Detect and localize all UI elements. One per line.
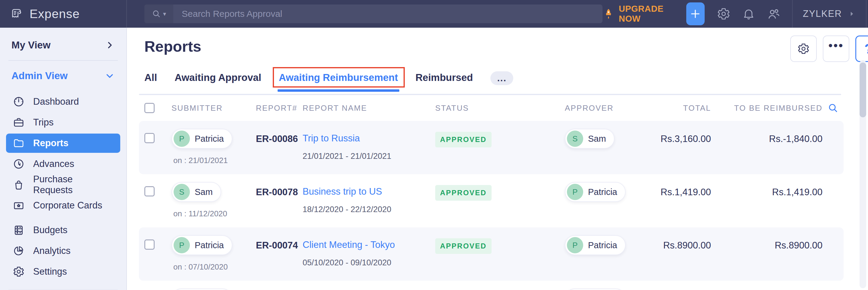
folder-icon	[13, 137, 25, 149]
submitter-chip: P Patricia	[172, 289, 232, 290]
column-header-report-no[interactable]: REPORT#	[256, 104, 303, 113]
sidebar-item-purchase-requests[interactable]: Purchase Requests	[6, 175, 120, 194]
column-header-approver[interactable]: APPROVER	[565, 104, 655, 113]
scrollbar-thumb[interactable]	[860, 63, 866, 117]
column-header-total[interactable]: TOTAL	[655, 104, 711, 113]
sidebar-menu: Dashboard Trips Reports	[0, 92, 126, 281]
quick-create-button[interactable]	[686, 2, 705, 25]
topbar: Expense ▾ UPGRADE NOW	[0, 0, 868, 28]
app-logo[interactable]: Expense	[0, 0, 127, 28]
tab-reimbursed[interactable]: Reimbursed	[415, 72, 473, 92]
table-row[interactable]: S Sam on : 11/12/2020 ER-00078 Business …	[139, 174, 844, 227]
report-number: ER-00078	[256, 187, 303, 197]
column-header-to-be-reimbursed[interactable]: TO BE REIMBURSED	[711, 104, 823, 113]
sidebar-item-label: Advances	[33, 158, 74, 169]
avatar: S	[567, 131, 583, 147]
sidebar-item-reports[interactable]: Reports	[6, 134, 120, 153]
table-row[interactable]: P Patricia on : 07/10/2020 ER-00074 Clie…	[139, 227, 844, 281]
upgrade-now-button[interactable]: UPGRADE NOW	[602, 4, 672, 24]
sidebar-item-corporate-cards[interactable]: Corporate Cards	[6, 196, 120, 215]
row-checkbox[interactable]	[144, 186, 155, 196]
column-header-report-name[interactable]: REPORT NAME	[303, 104, 435, 113]
column-header-submitter[interactable]: SUBMITTER	[172, 104, 256, 113]
gear-icon	[797, 42, 810, 55]
sidebar-item-label: Dashboard	[33, 96, 79, 107]
report-number: ER-00074	[256, 240, 303, 251]
page-actions: ••• ?	[790, 36, 868, 62]
sidebar-item-settings[interactable]: Settings	[6, 262, 120, 281]
report-name-link[interactable]: Trip to Russia	[303, 133, 360, 144]
org-name: ZYLKER	[803, 8, 842, 19]
card-star-icon	[13, 200, 25, 212]
ellipsis-icon: ...	[497, 77, 507, 80]
sidebar-item-analytics[interactable]: Analytics	[6, 241, 120, 260]
gear-icon	[13, 266, 25, 278]
receipt-logo-icon	[10, 7, 24, 21]
report-date-range: 21/01/2021 - 21/01/2021	[303, 152, 435, 161]
row-checkbox[interactable]	[144, 240, 155, 250]
to-be-reimbursed-amount: Rs.-1,840.00	[711, 134, 823, 144]
sidebar-item-trips[interactable]: Trips	[6, 113, 120, 132]
table-row[interactable]: P Patricia on : 06/10/2020 ER-00070 Trip…	[139, 281, 844, 290]
sidebar-item-dashboard[interactable]: Dashboard	[6, 92, 120, 111]
rocket-icon	[602, 8, 615, 20]
shopping-bag-icon	[13, 179, 25, 191]
sidebar-item-label: Purchase Requests	[33, 174, 114, 195]
scrollbar-track[interactable]	[860, 60, 866, 288]
approver-chip: P Patricia	[565, 289, 626, 290]
sidebar: My View Admin View Dashboard	[0, 28, 127, 290]
avatar: P	[567, 237, 583, 253]
org-switcher[interactable]: ZYLKER	[793, 0, 866, 28]
dashboard-icon	[13, 96, 25, 108]
tab-awaiting-reimbursement[interactable]: Awaiting Reimbursement	[279, 72, 398, 92]
sidebar-section-my-view[interactable]: My View	[0, 37, 126, 53]
select-all-checkbox[interactable]	[144, 103, 155, 113]
search-scope-dropdown[interactable]: ▾	[144, 4, 173, 23]
total-amount: Rs.8900.00	[655, 240, 711, 251]
status-badge: APPROVED	[435, 185, 492, 201]
table-search-icon[interactable]	[823, 102, 844, 114]
submitted-on: on : 07/10/2020	[173, 262, 256, 271]
status-badge: APPROVED	[435, 238, 492, 254]
to-be-reimbursed-amount: Rs.1,419.00	[711, 187, 823, 197]
chevron-right-icon	[105, 41, 114, 50]
tab-all[interactable]: All	[144, 72, 157, 92]
clock-icon	[13, 158, 25, 170]
my-view-label: My View	[11, 39, 51, 51]
tab-awaiting-approval[interactable]: Awaiting Approval	[175, 72, 261, 92]
gear-icon[interactable]	[717, 7, 731, 21]
help-button[interactable]: ?	[855, 36, 868, 62]
avatar: P	[174, 131, 190, 147]
sidebar-item-advances[interactable]: Advances	[6, 154, 120, 174]
avatar: S	[174, 184, 190, 200]
submitted-on: on : 11/12/2020	[173, 209, 256, 218]
sidebar-item-budgets[interactable]: Budgets	[6, 220, 120, 240]
bell-icon[interactable]	[742, 7, 755, 21]
upgrade-now-label: UPGRADE NOW	[619, 4, 672, 24]
status-badge: APPROVED	[435, 132, 492, 147]
table-row[interactable]: P Patricia on : 21/01/2021 ER-00086 Trip…	[139, 121, 844, 174]
search-input[interactable]	[173, 4, 602, 23]
more-tabs-button[interactable]: ...	[490, 71, 513, 85]
submitter-chip: P Patricia	[172, 235, 232, 255]
report-name-link[interactable]: Business trip to US	[303, 186, 382, 197]
global-search: ▾	[144, 4, 602, 23]
view-settings-button[interactable]	[790, 36, 817, 62]
column-header-status[interactable]: STATUS	[435, 104, 565, 113]
plus-icon	[689, 7, 702, 20]
sidebar-section-admin-view[interactable]: Admin View	[0, 67, 126, 84]
report-name-link[interactable]: Client Meeting - Tokyo	[303, 240, 395, 250]
more-options-button[interactable]: •••	[823, 36, 849, 62]
pie-chart-icon	[13, 245, 25, 257]
total-amount: Rs.3,160.00	[655, 134, 711, 144]
submitter-chip: P Patricia	[172, 129, 232, 149]
sidebar-item-label: Settings	[33, 266, 67, 277]
row-checkbox[interactable]	[144, 133, 155, 143]
search-icon	[152, 9, 161, 19]
sidebar-item-label: Corporate Cards	[33, 200, 102, 211]
approver-chip: P Patricia	[565, 235, 626, 255]
users-icon[interactable]	[767, 7, 781, 21]
table-header: SUBMITTER REPORT# REPORT NAME STATUS APP…	[144, 95, 868, 121]
tabs-underline	[139, 94, 841, 95]
briefcase-icon	[13, 116, 25, 129]
